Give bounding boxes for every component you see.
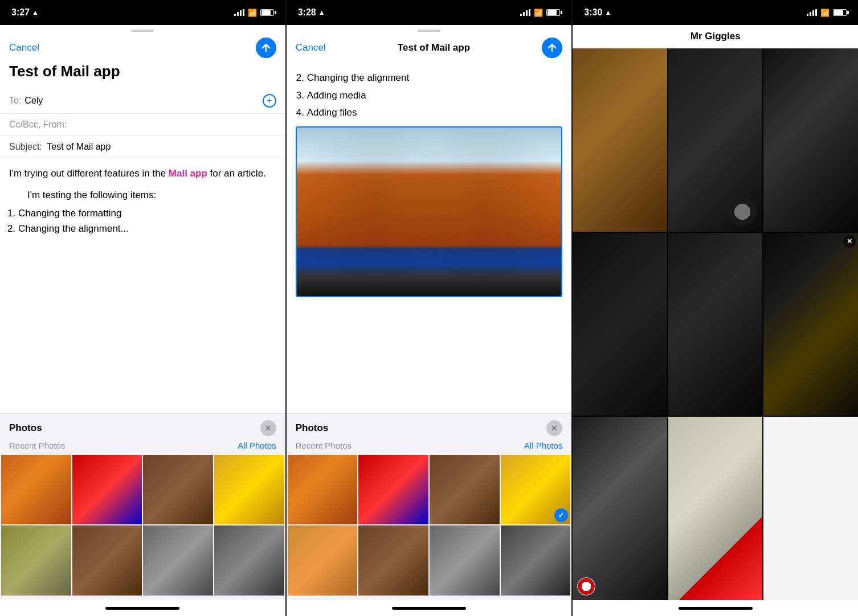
- drag-handle-1: [131, 30, 154, 32]
- photo-grid-2: ✓: [287, 455, 572, 600]
- add-contact-button[interactable]: +: [263, 94, 276, 108]
- time-1: 3:27: [11, 7, 30, 18]
- photos-header-2: Photos ✕: [287, 413, 572, 441]
- battery-icon-1: [260, 9, 274, 16]
- status-icons-2: 📶: [520, 9, 560, 17]
- drag-handle-2: [418, 30, 440, 32]
- cat-cell-5[interactable]: [668, 233, 763, 416]
- stone-figure-image: [297, 128, 562, 296]
- panel-cat-photos: 3:30 ▲ 📶 Mr Giggles ✕: [573, 0, 858, 616]
- cat-cell-empty: [763, 417, 858, 600]
- photo-thumb-6[interactable]: [72, 525, 142, 596]
- compose-nav: Cancel: [0, 34, 285, 63]
- time-2: 3:28: [298, 7, 316, 18]
- photo-thumb-p2-8[interactable]: [501, 525, 571, 596]
- panel3-title: Mr Giggles: [691, 31, 741, 42]
- x-remove-badge[interactable]: ✕: [843, 235, 856, 248]
- list-item-align: Changing the alignment: [307, 69, 563, 87]
- status-icons-3: 📶: [807, 9, 847, 17]
- signal-icon-2: [520, 9, 530, 16]
- to-label: To:: [9, 96, 21, 106]
- cat-photo-grid: ✕: [573, 48, 858, 600]
- photo-thumb-p2-2[interactable]: [358, 455, 428, 525]
- body-list: Changing the formatting Changing the ali…: [18, 206, 276, 236]
- photo-thumb-1[interactable]: [1, 455, 71, 525]
- body-text-2: for an article.: [207, 168, 266, 179]
- subject-label: Subject:: [9, 142, 42, 151]
- photo-thumb-p2-7[interactable]: [430, 525, 500, 596]
- location-icon-1: ▲: [32, 9, 39, 17]
- photo-thumb-5[interactable]: [1, 525, 71, 596]
- status-icons-1: 📶: [234, 9, 274, 17]
- cancel-button-1[interactable]: Cancel: [9, 42, 39, 54]
- photo-grid-1: [0, 455, 285, 600]
- photo-thumb-8[interactable]: [214, 525, 284, 596]
- signal-icon-1: [234, 9, 244, 16]
- send-button-1[interactable]: [256, 38, 276, 58]
- cat-cell-8[interactable]: [668, 417, 763, 600]
- cat-cell-4[interactable]: [573, 233, 667, 416]
- send-arrow-icon: [261, 43, 271, 53]
- photos-title-1: Photos: [9, 422, 42, 434]
- mail-title: Test of Mail app: [9, 63, 276, 80]
- list-item-files: Adding files: [307, 104, 563, 122]
- tab-recent-1[interactable]: Recent Photos: [9, 441, 65, 450]
- location-icon-3: ▲: [604, 9, 611, 17]
- photos-header-1: Photos ✕: [0, 413, 285, 441]
- cat-cell-2[interactable]: [668, 48, 763, 232]
- panel-mail-compose: 3:27 ▲ 📶 Cancel Test of Mail app To: Cel: [0, 0, 285, 616]
- signal-icon-3: [807, 9, 817, 16]
- photos-sheet-2: Photos ✕ Recent Photos All Photos ✓: [287, 413, 572, 600]
- wifi-icon-1: 📶: [248, 9, 257, 17]
- cc-field[interactable]: Cc/Bcc, From:: [0, 114, 285, 136]
- subject-field[interactable]: Subject: Test of Mail app: [0, 136, 285, 158]
- photo-thumb-p2-4[interactable]: ✓: [501, 455, 571, 525]
- cat-cell-3[interactable]: [763, 48, 858, 232]
- tab-recent-2[interactable]: Recent Photos: [296, 441, 352, 450]
- cat-cell-1[interactable]: [573, 48, 667, 232]
- photo-thumb-7[interactable]: [143, 525, 213, 596]
- mail2-body: Changing the alignment Adding media Addi…: [287, 63, 572, 413]
- photos-tabs-1: Recent Photos All Photos: [0, 441, 285, 455]
- photo-thumb-p2-1[interactable]: [288, 455, 358, 525]
- cc-label: Cc/Bcc, From:: [9, 120, 67, 130]
- body-indent: I'm testing the following items:: [27, 188, 276, 203]
- photo-thumb-p2-5[interactable]: [288, 525, 358, 596]
- time-3: 3:30: [584, 7, 602, 18]
- cat-cell-7[interactable]: [573, 417, 667, 600]
- mail-body-1: I'm trying out different features in the…: [0, 158, 285, 413]
- embedded-photo[interactable]: [296, 126, 563, 297]
- wifi-icon-3: 📶: [820, 9, 830, 17]
- home-indicator-3: [573, 600, 858, 616]
- tab-all-2[interactable]: All Photos: [524, 441, 563, 450]
- to-value[interactable]: Cely: [24, 96, 262, 106]
- photos-close-button-1[interactable]: ✕: [260, 420, 276, 436]
- cat-cell-6[interactable]: ✕: [763, 233, 858, 416]
- photos-tabs-2: Recent Photos All Photos: [287, 441, 572, 455]
- body-text-1: I'm trying out different features in the: [9, 168, 169, 179]
- cancel-button-2[interactable]: Cancel: [296, 42, 326, 54]
- status-bar-3: 3:30 ▲ 📶: [573, 0, 858, 25]
- body-paragraph: I'm trying out different features in the…: [9, 166, 276, 181]
- photo-thumb-3[interactable]: [143, 455, 213, 525]
- photo-thumb-4[interactable]: [214, 455, 284, 525]
- panel3-nav: Mr Giggles: [573, 25, 858, 48]
- photos-close-button-2[interactable]: ✕: [546, 420, 562, 436]
- home-indicator-2: [287, 600, 572, 616]
- mail2-nav: Cancel Test of Mail app: [287, 34, 572, 63]
- subject-value: Test of Mail app: [47, 142, 111, 151]
- photo-thumb-2[interactable]: [72, 455, 142, 525]
- photo-thumb-p2-3[interactable]: [430, 455, 500, 525]
- mail2-title: Test of Mail app: [398, 42, 470, 54]
- send-button-2[interactable]: [542, 38, 562, 58]
- to-field[interactable]: To: Cely +: [0, 88, 285, 114]
- tab-all-1[interactable]: All Photos: [238, 441, 276, 450]
- panel-mail-photo: 3:28 ▲ 📶 Cancel Test of Mail app Changin…: [287, 0, 572, 616]
- home-indicator-1: [0, 600, 285, 616]
- battery-icon-3: [833, 9, 847, 16]
- battery-icon-2: [546, 9, 560, 16]
- photo-thumb-p2-6[interactable]: [358, 525, 428, 596]
- mail2-list: Changing the alignment Adding media Addi…: [298, 63, 572, 126]
- mail-subject-area: Test of Mail app: [0, 63, 285, 88]
- location-icon-2: ▲: [318, 9, 325, 17]
